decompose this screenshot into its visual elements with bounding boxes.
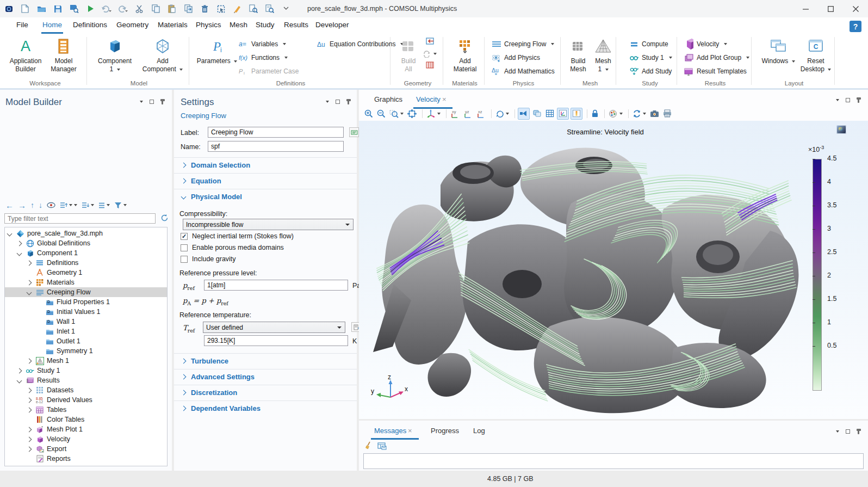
tab-log[interactable]: Log <box>473 427 485 435</box>
minimize-button[interactable] <box>793 0 818 17</box>
zoom-box-icon[interactable] <box>388 108 405 120</box>
variables-button[interactable]: a=Variables <box>239 39 286 50</box>
help-button[interactable]: ? <box>850 21 861 32</box>
collapsed-chevron-icon[interactable] <box>27 436 32 442</box>
tree-item-velocity[interactable]: Velocity <box>5 434 167 444</box>
import-icon[interactable] <box>425 37 435 47</box>
copy-icon[interactable] <box>150 3 161 14</box>
study-1-button[interactable]: Study 1 <box>629 52 672 63</box>
color-palette-icon[interactable] <box>607 108 624 120</box>
panel-float-icon[interactable] <box>334 98 340 104</box>
add-study-button[interactable]: Add Study <box>629 66 672 77</box>
section-turbulence[interactable]: Turbulence <box>174 353 357 368</box>
tree-item-results[interactable]: Results <box>5 375 167 385</box>
show-icon[interactable] <box>47 202 55 208</box>
messages-close-icon[interactable]: × <box>408 427 412 435</box>
transparency-icon[interactable] <box>531 108 543 120</box>
checkbox-porous[interactable]: Enable porous media domains <box>181 244 284 251</box>
section-advanced[interactable]: Advanced Settings <box>174 369 357 384</box>
velocity-button[interactable]: Velocity <box>684 39 727 50</box>
cut-icon[interactable] <box>134 3 145 14</box>
toolbar-overflow-icon[interactable] <box>281 3 292 14</box>
panel-pin-icon[interactable] <box>855 97 861 103</box>
tab-close-icon[interactable]: × <box>442 95 447 103</box>
maximize-button[interactable] <box>818 0 843 17</box>
collapsed-chevron-icon[interactable] <box>27 358 32 363</box>
menu-study[interactable]: Study <box>255 17 276 34</box>
plot-settings-icon[interactable] <box>836 125 846 134</box>
tree-item-inlet-1[interactable]: Inlet 1 <box>5 326 167 336</box>
result-templates-button[interactable]: Result Templates <box>684 66 747 77</box>
tab-graphics[interactable]: Graphics <box>374 95 402 103</box>
tree-item-definitions[interactable]: Definitions <box>5 258 167 268</box>
compressibility-dropdown[interactable]: Incompressible flow <box>183 219 354 230</box>
menu-developer[interactable]: Developer <box>314 17 350 34</box>
menu-physics[interactable]: Physics <box>195 17 222 34</box>
equation-contributions-button[interactable]: ΔuEquation Contributions <box>317 39 404 50</box>
expanded-chevron-icon[interactable] <box>27 289 32 295</box>
build-all-button[interactable]: BuildAll <box>396 37 420 74</box>
ref-temp-dropdown[interactable]: User defined <box>203 322 345 333</box>
expanded-chevron-icon[interactable] <box>17 378 22 383</box>
print-icon[interactable] <box>662 108 673 120</box>
tree-item-wall-1[interactable]: DWall 1 <box>5 317 167 326</box>
panel-menu-icon[interactable] <box>834 97 840 103</box>
panel-menu-icon[interactable] <box>138 98 144 104</box>
collapsed-chevron-icon[interactable] <box>27 397 32 403</box>
tree-item-component-1[interactable]: Component 1 <box>5 248 167 258</box>
tree-item-datasets[interactable]: Datasets <box>5 385 167 395</box>
tree-item-study-1[interactable]: Study 1 <box>5 366 167 375</box>
expand-icon[interactable] <box>82 202 94 209</box>
snapshot-icon[interactable] <box>649 108 660 120</box>
add-mathematics-button[interactable]: ΔuAdd Mathematics <box>492 66 555 77</box>
save-icon[interactable] <box>52 3 63 14</box>
panel-menu-icon[interactable] <box>324 98 330 104</box>
checkbox-gravity[interactable]: Include gravity <box>181 255 236 263</box>
show-grid-icon[interactable] <box>544 108 555 120</box>
zoom-extents-icon[interactable] <box>406 108 418 120</box>
section-equation[interactable]: Equation <box>174 173 357 188</box>
tree-item-symmetry-1[interactable]: Symmetry 1 <box>5 346 167 356</box>
find-in-icon[interactable] <box>264 3 275 14</box>
graphics-canvas[interactable]: Streamline: Velocity field ×10-3 4.543.5… <box>359 121 868 419</box>
refresh-icon[interactable] <box>160 214 170 223</box>
zoom-in-icon[interactable] <box>363 108 374 120</box>
move-down-icon[interactable]: ↓ <box>39 201 42 209</box>
view-xz-icon[interactable]: xz <box>475 108 487 120</box>
tree-item-initial-values-1[interactable]: DInitial Values 1 <box>5 307 167 317</box>
run-icon[interactable] <box>85 3 96 14</box>
tab-progress[interactable]: Progress <box>431 427 459 435</box>
tree-item-export[interactable]: Export <box>5 444 167 454</box>
menu-results[interactable]: Results <box>283 17 309 34</box>
compute-button[interactable]: Compute <box>629 39 668 50</box>
label-input[interactable] <box>208 127 344 138</box>
name-input[interactable] <box>208 141 344 152</box>
component-1-button[interactable]: Component1 <box>95 37 134 74</box>
collapse-icon[interactable] <box>60 202 77 209</box>
update-plot-icon[interactable] <box>631 108 647 120</box>
section-dependent-variables[interactable]: Dependent Variables <box>174 400 357 416</box>
tree-item-global-definitions[interactable]: Global Definitions <box>5 238 167 248</box>
tree-item-reports[interactable]: Reports <box>5 454 167 464</box>
close-button[interactable] <box>843 0 868 17</box>
expanded-chevron-icon[interactable] <box>17 250 22 256</box>
model-order-icon[interactable] <box>98 202 110 209</box>
tree-item-derived-values[interactable]: 8.85e-12Derived Values <box>5 395 167 405</box>
filter-icon[interactable] <box>114 202 127 209</box>
menu-file[interactable]: File <box>15 17 29 34</box>
default-view-icon[interactable] <box>425 108 442 120</box>
redo-icon[interactable] <box>117 3 128 14</box>
forward-icon[interactable]: → <box>18 201 26 210</box>
zoom-out-icon[interactable] <box>376 108 387 120</box>
section-physical-model[interactable]: Physical Model <box>174 189 357 204</box>
tree-item-tables[interactable]: Tables <box>5 405 167 415</box>
checkbox-stokes[interactable]: ✓Neglect inertial term (Stokes flow) <box>181 232 294 240</box>
collapsed-chevron-icon[interactable] <box>27 280 32 285</box>
clear-messages-icon[interactable] <box>364 441 373 452</box>
creeping-flow-button[interactable]: Creeping Flow <box>492 39 554 50</box>
move-up-icon[interactable]: ↑ <box>30 201 34 209</box>
tree-item-fluid-properties-1[interactable]: DFluid Properties 1 <box>5 297 167 307</box>
menu-geometry[interactable]: Geometry <box>115 17 150 34</box>
mark-icon[interactable] <box>232 3 243 14</box>
parameters-button[interactable]: PiParameters <box>200 37 234 65</box>
